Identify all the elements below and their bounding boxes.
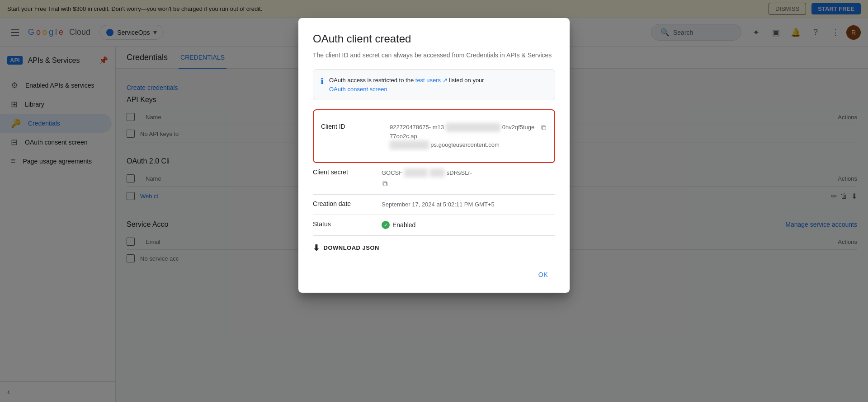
client-id-blurred2: XXXXXXXXXX <box>390 140 429 150</box>
test-users-label: test users <box>415 77 441 84</box>
client-id-box: Client ID 922720478675- m13 XXXXXXXXXXXX… <box>313 109 555 163</box>
oauth-created-modal: OAuth client created The client ID and s… <box>298 18 570 293</box>
oauth-consent-label: OAuth consent screen <box>329 86 387 93</box>
test-users-link[interactable]: test users ↗ <box>415 77 449 84</box>
modal-overlay: OAuth client created The client ID and s… <box>0 0 868 402</box>
status-label: Status <box>313 220 376 228</box>
client-secret-value: GOCSF XXXXXX XXXX sDRsSLr- ⧉ <box>382 168 555 189</box>
creation-date-value: September 17, 2024 at 5:02:11 PM GMT+5 <box>382 200 555 209</box>
copy-secret-modal-button[interactable]: ⧉ <box>382 179 388 189</box>
client-secret-field-row: Client secret GOCSF XXXXXX XXXX sDRsSLr-… <box>313 163 555 195</box>
client-id-blurred: XXXXXXXXXXXXXX <box>446 123 500 132</box>
client-secret-label: Client secret <box>313 168 376 176</box>
creation-date-label: Creation date <box>313 200 376 207</box>
info-text-middle: listed on your <box>449 77 484 84</box>
secret-blurred1: XXXXXX <box>404 168 428 178</box>
modal-title: OAuth client created <box>313 33 555 45</box>
modal-info-box: ℹ OAuth access is restricted to the test… <box>313 69 555 100</box>
creation-date-field-row: Creation date September 17, 2024 at 5:02… <box>313 195 555 215</box>
modal-subtitle: The client ID and secret can always be a… <box>313 51 555 60</box>
download-json-button[interactable]: ⬇ DOWNLOAD JSON <box>313 239 379 257</box>
check-icon: ✓ <box>384 221 388 229</box>
status-enabled: ✓ Enabled <box>382 220 555 230</box>
secret-blurred2: XXXX <box>429 168 445 178</box>
modal-footer: OK <box>313 260 555 282</box>
info-icon: ℹ <box>321 76 324 86</box>
oauth-consent-screen-link[interactable]: OAuth consent screen <box>329 86 387 93</box>
download-json-label: DOWNLOAD JSON <box>324 244 380 251</box>
status-field-row: Status ✓ Enabled <box>313 215 555 236</box>
status-text: Enabled <box>392 220 415 230</box>
ok-button[interactable]: OK <box>531 267 555 282</box>
client-id-value: 922720478675- m13 XXXXXXXXXXXXXX 0hv2qf5… <box>390 123 535 150</box>
client-id-label: Client ID <box>321 123 384 130</box>
client-id-field-row: Client ID 922720478675- m13 XXXXXXXXXXXX… <box>321 117 547 155</box>
copy-client-id-modal-button[interactable]: ⧉ <box>540 123 547 133</box>
info-text: OAuth access is restricted to the test u… <box>329 76 484 93</box>
download-icon: ⬇ <box>313 243 320 253</box>
info-text-before: OAuth access is restricted to the <box>329 77 414 84</box>
status-value: ✓ Enabled <box>382 220 555 230</box>
status-dot: ✓ <box>382 221 390 229</box>
